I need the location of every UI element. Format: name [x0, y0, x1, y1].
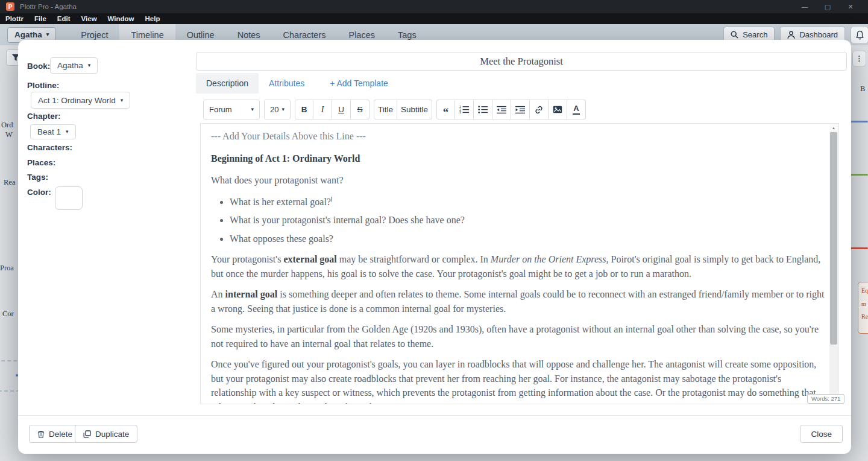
duplicate-button[interactable]: Duplicate — [75, 425, 137, 443]
menu-item-help[interactable]: Help — [140, 13, 166, 24]
heading-style-group: Title Subtitle — [374, 100, 432, 119]
close-window-button[interactable]: ✕ — [839, 0, 862, 13]
beat-edit-dialog: Book: Agatha ▾ Plotline: Act 1: Ordinary… — [18, 40, 851, 454]
svg-text:3: 3 — [459, 110, 461, 114]
window-titlebar: P Plottr Pro - Agatha — ▢ ✕ — [0, 0, 868, 13]
timeline-options-button[interactable]: ⋮ — [852, 51, 866, 66]
block-format-group: “ 123 A — [436, 100, 586, 119]
plotline-dropdown[interactable]: Act 1: Ordinary World ▾ — [31, 92, 130, 109]
indent-button[interactable] — [511, 100, 530, 119]
chapter-dropdown-value: Beat 1 — [37, 127, 61, 136]
menu-bar: Plottr File Edit View Window Help — [0, 13, 868, 24]
image-button[interactable] — [549, 100, 567, 119]
chapter-label: Chapter: — [27, 112, 61, 121]
menu-item-view[interactable]: View — [76, 13, 102, 24]
editor-paragraph: Once you've figured out your protagonist… — [211, 357, 825, 404]
subtitle-style-button[interactable]: Subtitle — [397, 100, 432, 119]
timeline-card-text: Eq — [861, 284, 868, 297]
text-color-letter: A — [573, 104, 579, 112]
bell-icon — [855, 30, 864, 40]
font-family-value: Forum — [209, 105, 232, 114]
places-label: Places: — [27, 158, 55, 167]
editor-paragraph: Your protagonist's external goal may be … — [211, 252, 825, 281]
editor-heading: Beginning of Act 1: Ordinary World — [211, 151, 825, 166]
duplicate-button-label: Duplicate — [95, 430, 129, 439]
characters-label: Characters: — [27, 143, 72, 152]
blockquote-button[interactable]: “ — [436, 100, 455, 119]
bullet-list-button[interactable] — [474, 100, 492, 119]
beat-title-input[interactable] — [196, 52, 847, 71]
text-color-button[interactable]: A — [567, 100, 586, 119]
editor-question: What does your protagonist want? — [211, 173, 825, 188]
menu-item-window[interactable]: Window — [102, 13, 140, 24]
tab-attributes[interactable]: Attributes — [259, 73, 315, 94]
search-button-label: Search — [743, 30, 767, 39]
description-editor[interactable]: --- Add Your Details Above this Line ---… — [200, 123, 839, 404]
tab-description[interactable]: Description — [196, 73, 259, 94]
chevron-down-icon: ▾ — [281, 107, 285, 112]
timeline-card-text: Res — [861, 310, 868, 323]
underline-button[interactable]: U — [332, 100, 351, 119]
plotline-color-line — [849, 174, 868, 176]
book-label: Book: — [27, 62, 50, 71]
user-icon — [787, 31, 795, 39]
scroll-up-arrow-icon[interactable]: ▴ — [829, 124, 838, 132]
bold-button[interactable]: B — [295, 100, 313, 119]
chapter-dropdown[interactable]: Beat 1 ▾ — [30, 124, 76, 139]
book-dropdown-value: Agatha — [57, 61, 83, 70]
editor-paragraph: Some mysteries, in particular from the G… — [211, 322, 825, 351]
ordered-list-button[interactable]: 123 — [455, 100, 474, 119]
chevron-down-icon: ▾ — [88, 63, 91, 68]
font-size-select[interactable]: 20 ▾ — [264, 100, 291, 119]
delete-button[interactable]: Delete — [29, 425, 81, 443]
outdent-icon — [497, 106, 507, 114]
minimize-button[interactable]: — — [793, 0, 816, 13]
font-size-value: 20 — [270, 105, 278, 114]
strikethrough-button[interactable]: S — [351, 100, 370, 119]
menu-item-edit[interactable]: Edit — [52, 13, 76, 24]
chevron-down-icon: ▾ — [251, 107, 254, 112]
bullet-list-icon — [478, 105, 488, 114]
plotline-label-partial: Proa — [0, 264, 14, 273]
tags-label: Tags: — [27, 173, 48, 182]
editor-paragraph: An internal goal is something deeper and… — [211, 287, 825, 316]
plotline-label-partial: W — [5, 130, 13, 139]
outdent-button[interactable] — [492, 100, 511, 119]
plotline-label-partial: Cor — [2, 310, 14, 319]
font-family-select[interactable]: Forum ▾ — [203, 100, 260, 119]
editor-bullet-list: What is her external goal? What is your … — [211, 195, 825, 246]
plotline-label: Plotline: — [27, 81, 59, 90]
plotline-label-partial: Ord — [1, 121, 13, 130]
italic-button[interactable]: I — [313, 100, 332, 119]
bullet-item: What opposes these goals? — [230, 232, 825, 246]
plottr-logo-icon: P — [6, 2, 14, 11]
dialog-tabs: Description Attributes + Add Template — [196, 73, 398, 94]
ordered-list-icon: 123 — [459, 105, 470, 114]
scrollbar-thumb[interactable] — [830, 132, 837, 345]
bullet-item: What is her external goal? — [230, 195, 825, 209]
editor-scrollbar[interactable]: ▴ — [829, 124, 838, 403]
timeline-card-partial[interactable]: Eq m Res — [858, 282, 868, 334]
menu-item-file[interactable]: File — [29, 13, 52, 24]
title-style-button[interactable]: Title — [374, 100, 397, 119]
text-color-underline — [573, 113, 580, 115]
close-button[interactable]: Close — [800, 425, 843, 443]
footer-divider — [18, 415, 851, 416]
menu-item-plottr[interactable]: Plottr — [4, 13, 29, 24]
maximize-button[interactable]: ▢ — [816, 0, 839, 13]
text-cursor — [332, 197, 333, 202]
link-button[interactable] — [530, 100, 549, 119]
notifications-button[interactable] — [851, 26, 868, 44]
chevron-down-icon: ▾ — [121, 98, 124, 103]
plotline-dropdown-value: Act 1: Ordinary World — [38, 96, 116, 105]
trash-icon — [37, 430, 45, 438]
add-template-button[interactable]: + Add Template — [319, 73, 398, 94]
book-dropdown[interactable]: Agatha ▾ — [50, 57, 98, 74]
timeline-card-text: m — [861, 297, 868, 311]
plotline-label-partial: Rea — [4, 178, 15, 187]
template-divider-note: --- Add Your Details Above this Line --- — [211, 129, 825, 144]
dashboard-button-label: Dashboard — [799, 30, 838, 39]
color-swatch-button[interactable] — [55, 186, 83, 210]
search-icon — [731, 31, 738, 39]
bullet-item: What is your protagonist's internal goal… — [230, 213, 825, 227]
